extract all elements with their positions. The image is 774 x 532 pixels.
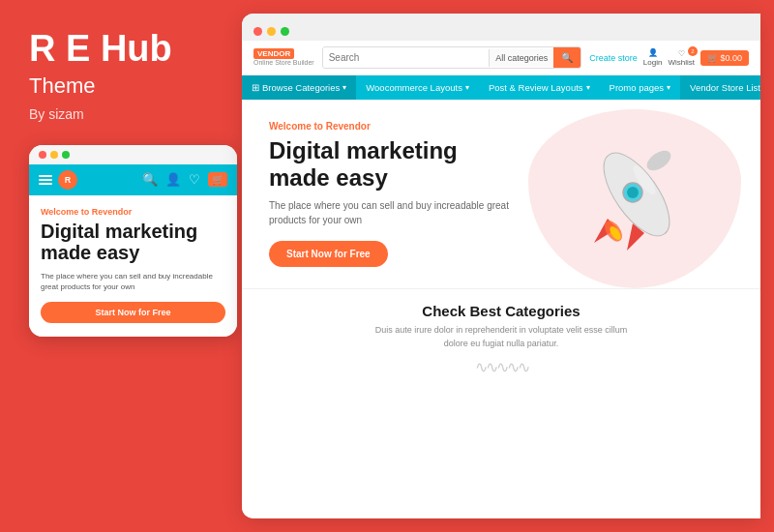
vendor-logo-text: Online Store Builder bbox=[253, 59, 314, 67]
hamburger-icon bbox=[39, 175, 52, 185]
site-nav: ⊞ Browse Categories ▾ Woocommerce Layout… bbox=[242, 75, 760, 100]
mobile-nav-right: 🔍 👤 ♡ 🛒 bbox=[142, 172, 227, 187]
browser-chrome bbox=[242, 14, 760, 41]
mobile-nav: R 🔍 👤 ♡ 🛒 bbox=[29, 164, 237, 195]
nav-woocommerce-layouts[interactable]: Woocommerce Layouts ▾ bbox=[356, 75, 479, 100]
heart-icon: ♡ bbox=[678, 49, 685, 58]
chevron-down-icon: ▾ bbox=[342, 83, 346, 92]
mobile-content: Welcome to Revendor Digital marketing ma… bbox=[29, 195, 237, 337]
nav-label-vendor: Vendor Store List bbox=[690, 82, 760, 93]
hero-description: The place where you can sell and buy inc… bbox=[269, 198, 524, 227]
search-category-label[interactable]: All categories bbox=[489, 49, 553, 67]
chevron-down-icon-3: ▾ bbox=[586, 83, 590, 92]
theme-title: R E Hub bbox=[29, 29, 223, 70]
cart-total: $0.00 bbox=[720, 53, 742, 63]
browser-dot-red bbox=[253, 27, 262, 36]
mobile-top-bar bbox=[29, 145, 237, 164]
vendor-logo-badge: VENDOR bbox=[253, 48, 294, 59]
wave-decoration: ∿∿∿∿∿ bbox=[475, 358, 528, 376]
user-icon: 👤 bbox=[648, 48, 658, 57]
search-bar: All categories 🔍 bbox=[322, 46, 582, 69]
search-button[interactable]: 🔍 bbox=[553, 47, 580, 68]
bottom-section: Check Best Categories Duis aute irure do… bbox=[242, 288, 760, 390]
wishlist-label: Wishlist bbox=[668, 58, 695, 67]
right-panel: VENDOR Online Store Builder All categori… bbox=[242, 14, 760, 518]
dot-yellow bbox=[50, 151, 58, 159]
login-button[interactable]: 👤 Login bbox=[643, 48, 663, 67]
rocket-svg bbox=[567, 117, 702, 281]
dot-red bbox=[39, 151, 46, 159]
wishlist-button[interactable]: ♡ Wishlist 2 bbox=[668, 49, 695, 67]
cart-button[interactable]: 🛒 $0.00 bbox=[700, 50, 749, 66]
svg-point-1 bbox=[643, 146, 674, 174]
wishlist-count: 2 bbox=[688, 46, 698, 56]
cart-icon-mobile: 🛒 bbox=[208, 172, 227, 187]
hero-main-title: Digital marketing made easy bbox=[269, 137, 524, 191]
site-main: Welcome to Revendor Digital marketing ma… bbox=[242, 100, 760, 518]
nav-label-woo: Woocommerce Layouts bbox=[366, 82, 462, 93]
chevron-down-icon-4: ▾ bbox=[667, 83, 670, 92]
mobile-hero-title: Digital marketing made easy bbox=[41, 221, 225, 263]
hero-image-area bbox=[528, 109, 741, 288]
search-icon-mobile: 🔍 bbox=[142, 172, 158, 187]
bottom-section-title: Check Best Categories bbox=[269, 303, 733, 319]
nav-browse-categories[interactable]: ⊞ Browse Categories ▾ bbox=[242, 75, 356, 100]
mobile-mockup: R 🔍 👤 ♡ 🛒 Welcome to Revendor Digital ma… bbox=[29, 145, 237, 337]
nav-promo-pages[interactable]: Promo pages ▾ bbox=[600, 75, 681, 100]
login-label: Login bbox=[643, 58, 663, 67]
hero-content: Welcome to Revendor Digital marketing ma… bbox=[269, 121, 524, 267]
mobile-welcome-text: Welcome to Revendor bbox=[41, 207, 225, 217]
mobile-nav-left: R bbox=[39, 170, 77, 190]
nav-label-post: Post & Review Layouts bbox=[489, 82, 583, 93]
nav-label-categories: Browse Categories bbox=[262, 82, 340, 93]
heart-icon-mobile: ♡ bbox=[189, 172, 200, 187]
vendor-logo: VENDOR Online Store Builder bbox=[253, 48, 314, 67]
svg-point-3 bbox=[627, 187, 639, 198]
mobile-hero-desc: The place where you can sell and buy inc… bbox=[41, 271, 225, 292]
browser-dot-green bbox=[281, 27, 289, 36]
site-header: VENDOR Online Store Builder All categori… bbox=[242, 41, 760, 75]
bottom-decoration: ∿∿∿∿∿ bbox=[269, 358, 733, 376]
hero-welcome-text: Welcome to Revendor bbox=[269, 121, 524, 132]
header-actions: Create store 👤 Login ♡ Wishlist 2 🛒 $0.0… bbox=[589, 48, 749, 67]
nav-label-promo: Promo pages bbox=[610, 82, 665, 93]
hero-section: Welcome to Revendor Digital marketing ma… bbox=[242, 100, 760, 288]
dot-green bbox=[62, 151, 70, 159]
grid-icon: ⊞ bbox=[252, 82, 259, 93]
theme-subtitle: Theme bbox=[29, 74, 223, 99]
search-input[interactable] bbox=[323, 48, 490, 67]
vendor-badge-mobile: R bbox=[58, 170, 77, 190]
hero-cta-button[interactable]: Start Now for Free bbox=[269, 241, 388, 267]
nav-vendor-store-list[interactable]: Vendor Store List bbox=[680, 75, 760, 100]
chevron-down-icon-2: ▾ bbox=[465, 83, 469, 92]
mobile-cta-button[interactable]: Start Now for Free bbox=[41, 302, 225, 323]
bottom-section-desc: Duis aute irure dolor in reprehenderit i… bbox=[366, 324, 637, 350]
user-icon-mobile: 👤 bbox=[165, 172, 181, 187]
left-panel: R E Hub Theme By sizam R 🔍 👤 ♡ 🛒 Welc bbox=[0, 0, 242, 532]
nav-post-review[interactable]: Post & Review Layouts ▾ bbox=[479, 75, 600, 100]
create-store-link[interactable]: Create store bbox=[589, 53, 638, 63]
browser-dot-yellow bbox=[267, 27, 276, 36]
theme-author: By sizam bbox=[29, 106, 223, 122]
